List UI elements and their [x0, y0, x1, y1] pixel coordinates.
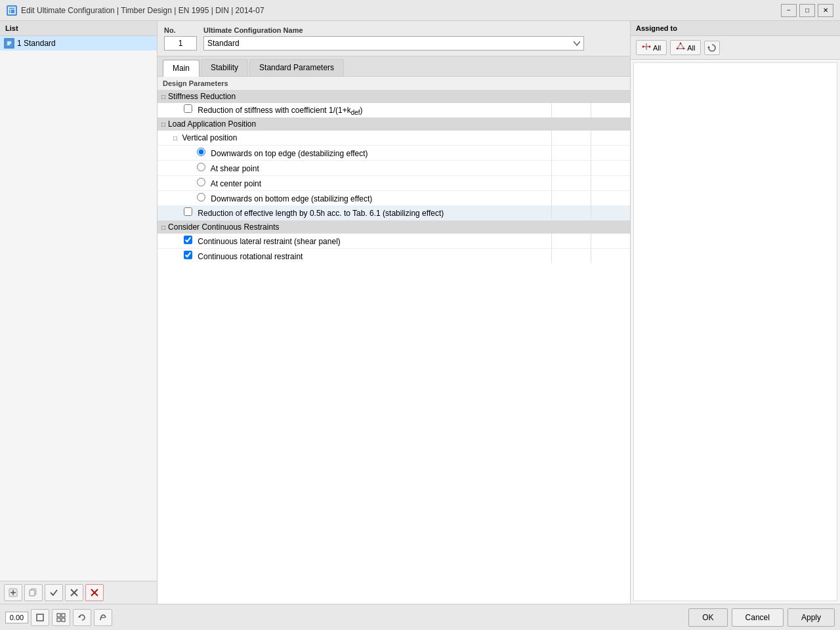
check-button[interactable]: [45, 584, 63, 601]
lateral-restraint-text: Continuous lateral restraint (shear pane…: [198, 237, 340, 246]
load-app-section-header[interactable]: □ Load Application Position: [158, 117, 630, 131]
rr-col2: [591, 249, 630, 263]
refresh-button[interactable]: [704, 41, 720, 55]
right-panel: Assigned to All: [630, 21, 840, 604]
reduction-effective-checkbox[interactable]: [184, 207, 192, 216]
reduction-effective-length-row: Reduction of effective length by 0.5h ac…: [158, 205, 630, 220]
sidebar: List 1 Standard: [0, 21, 158, 604]
radio-bottom-edge[interactable]: [197, 193, 205, 201]
cp-col2: [591, 176, 630, 190]
view-button[interactable]: [31, 609, 49, 626]
stiffness-coeff-row: Reduction of stiffness with coefficient …: [158, 103, 630, 117]
tab-stability[interactable]: Stability: [201, 59, 248, 76]
radio-bottom-edge-text: Downwards on bottom edge (stabilizing ef…: [211, 194, 372, 203]
collapse-icon-load[interactable]: □: [161, 121, 165, 128]
load-app-label: Load Application Position: [168, 119, 256, 129]
title-bar-left: Edit Ultimate Configuration | Timber Des…: [7, 5, 264, 16]
maximize-button[interactable]: □: [799, 4, 815, 17]
apply-button[interactable]: Apply: [788, 608, 835, 627]
svg-point-22: [680, 43, 682, 45]
list-item-icon: [4, 38, 14, 49]
window-title: Edit Ultimate Configuration | Timber Des…: [21, 6, 264, 15]
bottom-left-controls: 0.00: [5, 609, 112, 626]
vp-col1: [551, 131, 591, 145]
svg-rect-29: [62, 618, 65, 621]
rel-col1: [551, 205, 591, 220]
function-button[interactable]: [94, 609, 112, 626]
svg-rect-11: [30, 590, 35, 596]
config-row: No. Ultimate Configuration Name Standard: [158, 21, 630, 56]
collapse-icon-restraints[interactable]: □: [161, 224, 165, 231]
svg-rect-26: [57, 614, 60, 617]
radio-shear-text: At shear point: [211, 164, 259, 173]
all-members-button[interactable]: All: [636, 40, 667, 55]
stiffness-reduction-section-header[interactable]: □ Stiffness Reduction: [158, 90, 630, 103]
rotational-restraint-row: Continuous rotational restraint: [158, 249, 630, 263]
grid-button[interactable]: [52, 609, 70, 626]
members-icon: [642, 42, 651, 53]
name-label: Ultimate Configuration Name: [203, 26, 623, 34]
cancel-button[interactable]: Cancel: [732, 608, 784, 627]
sidebar-item-label: Standard: [24, 39, 56, 48]
undo-button[interactable]: [73, 609, 91, 626]
delete-button[interactable]: [85, 584, 104, 601]
name-field-group: Ultimate Configuration Name Standard: [203, 26, 623, 51]
vertical-position-text: Vertical position: [182, 133, 237, 142]
stiffness-reduction-label: Stiffness Reduction: [168, 92, 236, 101]
lr-col1: [551, 234, 591, 248]
collapse-icon-vertical[interactable]: □: [173, 135, 177, 142]
uncheck-button[interactable]: [65, 584, 83, 601]
ok-button[interactable]: OK: [688, 608, 727, 627]
cp-col1: [551, 176, 591, 190]
rotational-restraint-label: Continuous rotational restraint: [181, 249, 551, 262]
all-surfaces-label: All: [687, 44, 695, 52]
tab-main[interactable]: Main: [163, 60, 200, 77]
svg-point-18: [642, 46, 644, 48]
add-item-button[interactable]: [4, 584, 22, 601]
tab-standard-parameters[interactable]: Standard Parameters: [249, 59, 344, 76]
lateral-restraint-checkbox[interactable]: [184, 236, 192, 244]
sidebar-item-number: 1: [17, 39, 22, 48]
all-surfaces-button[interactable]: All: [670, 40, 701, 55]
lateral-restraint-label: Continuous lateral restraint (shear pane…: [181, 234, 551, 247]
sp-col2: [591, 161, 630, 175]
title-bar-controls: − □ ✕: [781, 4, 833, 17]
radio-top-edge-label: Downwards on top edge (destabilizing eff…: [194, 146, 551, 159]
sidebar-item-standard[interactable]: 1 Standard: [0, 36, 157, 51]
radio-shear[interactable]: [197, 163, 205, 171]
close-button[interactable]: ✕: [818, 4, 833, 17]
minimize-button[interactable]: −: [781, 4, 797, 17]
load-app-content: □ Vertical position Downwards on top edg…: [158, 131, 630, 205]
radio-shear-label: At shear point: [194, 161, 551, 175]
stiffness-coeff-label: Reduction of stiffness with coefficient …: [181, 103, 551, 117]
center-panel: No. Ultimate Configuration Name Standard…: [158, 21, 630, 604]
svg-rect-0: [9, 7, 15, 14]
design-params-header: Design Parameters: [158, 77, 630, 90]
continuous-restraints-content: Continuous lateral restraint (shear pane…: [158, 234, 630, 263]
name-select-wrapper: Standard: [203, 36, 623, 51]
radio-top-edge[interactable]: [197, 148, 205, 156]
rel-col2: [591, 205, 630, 220]
rotational-restraint-text: Continuous rotational restraint: [198, 252, 303, 261]
svg-rect-25: [37, 614, 43, 621]
copy-item-button[interactable]: [24, 584, 43, 601]
collapse-icon-stiffness[interactable]: □: [161, 93, 165, 100]
radio-center[interactable]: [197, 178, 205, 186]
assigned-to-content: All All: [631, 36, 840, 60]
vertical-position-label: □ Vertical position: [171, 132, 551, 144]
rr-col1: [551, 249, 591, 263]
reduction-effective-label: Reduction of effective length by 0.5h ac…: [181, 206, 551, 219]
no-input[interactable]: [164, 36, 197, 51]
reduction-effective-text: Reduction of effective length by 0.5h ac…: [198, 209, 444, 218]
stiffness-coeff-checkbox[interactable]: [184, 104, 192, 113]
rotational-restraint-checkbox[interactable]: [184, 251, 192, 259]
sp-col1: [551, 161, 591, 175]
be-col2: [591, 191, 630, 205]
te-col2: [591, 146, 630, 160]
sidebar-tree: 1 Standard: [0, 36, 157, 581]
tabs-row: Main Stability Standard Parameters: [158, 56, 630, 77]
continuous-restraints-section-header[interactable]: □ Consider Continuous Restraints: [158, 220, 630, 234]
name-select[interactable]: Standard: [203, 36, 584, 51]
be-col1: [551, 191, 591, 205]
no-label: No.: [164, 26, 197, 34]
